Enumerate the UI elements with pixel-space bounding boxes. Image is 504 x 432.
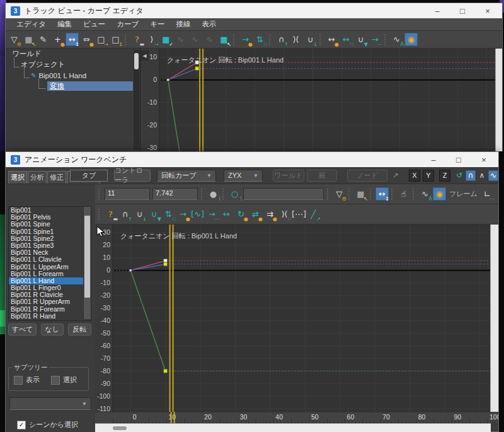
- scale-keys-time-icon[interactable]: □→: [94, 33, 108, 46]
- shift-keys-icon[interactable]: →⋯: [205, 207, 219, 221]
- show-checkbox[interactable]: [14, 376, 23, 385]
- stretch-keys-icon[interactable]: ↔: [220, 207, 233, 221]
- lock-selection-icon[interactable]: ■↖: [354, 187, 367, 201]
- value-field[interactable]: 7.742: [152, 188, 198, 200]
- world-button[interactable]: ワールド: [273, 170, 304, 182]
- close-button[interactable]: ×: [479, 155, 488, 165]
- show-curves-eye-icon[interactable]: ◉: [433, 187, 446, 201]
- select-all-button[interactable]: すべて: [8, 324, 37, 336]
- tree-item-world[interactable]: ワールド: [12, 49, 42, 59]
- curve-multi-mode-icon[interactable]: ∿: [488, 170, 498, 181]
- minimize-button[interactable]: –: [429, 155, 438, 165]
- list-item[interactable]: Bip001 R UpperArm: [9, 298, 91, 305]
- menu-キー[interactable]: キー: [144, 20, 170, 29]
- parent-button[interactable]: 親: [307, 170, 337, 182]
- tab-button[interactable]: タブ: [70, 170, 108, 182]
- select-keys-icon[interactable]: [⋯]: [292, 207, 306, 221]
- tree-item-transform[interactable]: 変換: [47, 81, 133, 91]
- close-button[interactable]: ×: [483, 6, 492, 16]
- search-field[interactable]: [243, 188, 324, 200]
- loop-keys-icon[interactable]: ↻●: [234, 207, 248, 221]
- insert-keys-icon[interactable]: →●: [176, 207, 190, 221]
- frame-mode-label[interactable]: フレーム: [449, 189, 478, 199]
- tab-選択[interactable]: 選択: [8, 171, 27, 184]
- tangent-slow-icon[interactable]: ∪↓: [133, 207, 146, 221]
- retime-tool-icon[interactable]: ?▬: [130, 33, 144, 46]
- window2-titlebar[interactable]: 3 アニメーション ワークベンチ – □ ×: [6, 152, 498, 167]
- curve-tool-2-icon[interactable]: ∿: [188, 33, 202, 46]
- graph-horizontal-scrollbar[interactable]: [95, 423, 491, 432]
- euler-mode-icon[interactable]: ↺: [454, 170, 464, 181]
- align-keys-icon[interactable]: ↔●: [325, 33, 338, 46]
- list-item[interactable]: Bip001 Spine: [9, 221, 91, 228]
- offset-keys-icon[interactable]: ⇉●: [263, 207, 277, 221]
- pan-hand-icon[interactable]: ☝: [397, 187, 410, 201]
- curve-type-dropdown[interactable]: 回転カーブ▼: [157, 170, 216, 182]
- curve-editor-graph[interactable]: -30-20-10010クォータニオン 回転 : Bip001 L Hand: [140, 49, 495, 151]
- nudge-keys-icon[interactable]: ⇅∷: [253, 33, 266, 46]
- select-region-icon[interactable]: ■↖: [217, 33, 231, 46]
- retime-tool-icon[interactable]: ?▬: [104, 207, 117, 221]
- curve-y-mode-icon[interactable]: ∧: [477, 170, 487, 181]
- draw-curves-icon[interactable]: ✎: [37, 33, 50, 46]
- show-selected-curves-icon[interactable]: ■✓: [159, 33, 173, 46]
- empty-dropdown[interactable]: ▼: [9, 397, 91, 410]
- maximize-button[interactable]: □: [454, 155, 463, 165]
- menu-接線[interactable]: 接線: [170, 20, 196, 29]
- tangent-smooth-icon[interactable]: ∩↑: [275, 33, 288, 46]
- y-axis-button[interactable]: Y: [423, 170, 434, 182]
- menu-ビュー[interactable]: ビュー: [77, 20, 111, 29]
- add-keys-icon[interactable]: +●: [51, 33, 64, 46]
- x-axis-button[interactable]: X: [409, 170, 420, 182]
- z-axis-button[interactable]: Z: [439, 170, 450, 182]
- tree-item-node[interactable]: Bip001 L Hand: [38, 72, 86, 79]
- external-link-icon[interactable]: ↗: [392, 171, 399, 180]
- select-checkbox[interactable]: [51, 376, 60, 385]
- select-none-button[interactable]: なし: [41, 324, 64, 336]
- key-info-icon[interactable]: ●i: [207, 187, 220, 201]
- minimize-button[interactable]: –: [433, 6, 442, 16]
- list-item[interactable]: Bip001 L UpperArm: [9, 264, 91, 271]
- menu-カーブ[interactable]: カーブ: [111, 20, 144, 29]
- graph-vertical-scrollbar[interactable]: [495, 49, 502, 151]
- randomize-keys-icon[interactable]: ╱↗: [307, 207, 320, 221]
- filter-icon[interactable]: ▽⚙: [333, 187, 346, 201]
- zoom-region-icon[interactable]: ○\: [228, 187, 241, 201]
- menu-エディタ[interactable]: エディタ: [11, 20, 52, 29]
- frame-field[interactable]: 11: [105, 188, 150, 200]
- ease-keys-icon[interactable]: →⋯: [369, 33, 382, 46]
- axis-order-dropdown[interactable]: ZYX▼: [224, 170, 263, 182]
- tree-item-objects[interactable]: オブジェクト: [21, 60, 66, 69]
- collapse-arrow-button[interactable]: ◀: [140, 50, 149, 61]
- insert-keys-icon[interactable]: →●: [239, 33, 252, 46]
- list-item[interactable]: Bip001 R Hand: [9, 313, 91, 320]
- filter-icon[interactable]: ▽⚙: [8, 33, 21, 46]
- bone-list[interactable]: Bip001Bip001 PelvisBip001 SpineBip001 Sp…: [8, 206, 91, 321]
- scale-values-icon[interactable]: ⇅∷: [162, 207, 175, 221]
- tangent-smooth-icon[interactable]: ∩↑: [118, 207, 132, 221]
- tangent-slow-icon[interactable]: ∪↓: [304, 33, 317, 46]
- slide-keys-icon[interactable]: ⇔●: [80, 33, 93, 46]
- show-curves-eye-icon[interactable]: ◉: [404, 33, 418, 46]
- flatten-keys-icon[interactable]: ∪▼: [147, 207, 161, 221]
- window1-titlebar[interactable]: 3 トラック ビュー - カーブ エディタ – □ ×: [6, 3, 502, 18]
- simplify-curve-icon[interactable]: )→: [145, 33, 158, 46]
- invert-selection-button[interactable]: 反転: [68, 324, 91, 336]
- curve-x-mode-icon[interactable]: ∩: [466, 170, 476, 181]
- lock-selection-icon[interactable]: ■↖: [22, 33, 35, 46]
- graph-axes-icon[interactable]: ∟⋯: [481, 187, 494, 201]
- curve-tool-3-icon[interactable]: ∿: [203, 33, 216, 46]
- scale-values-icon[interactable]: □↕: [109, 33, 122, 46]
- weld-keys-icon[interactable]: )(∷: [278, 207, 291, 221]
- flatten-keys-icon[interactable]: ∪▼: [354, 33, 367, 46]
- noise-keys-icon[interactable]: [∿]: [191, 207, 204, 221]
- auto-tangent-icon[interactable]: ∿A: [390, 33, 403, 46]
- maximize-button[interactable]: □: [458, 6, 467, 16]
- move-keys-icon[interactable]: ↔↕: [375, 187, 389, 201]
- tab-修正[interactable]: 修正: [47, 171, 66, 184]
- spread-keys-icon[interactable]: ↔∷: [340, 33, 353, 46]
- move-keys-icon[interactable]: ↔↕: [66, 33, 79, 46]
- controller-button[interactable]: コントローラ: [114, 170, 151, 182]
- workbench-graph[interactable]: -110-100-90-80-70-60-50-40-30-20-1001020…: [95, 225, 490, 412]
- tab-分析[interactable]: 分析: [28, 171, 47, 184]
